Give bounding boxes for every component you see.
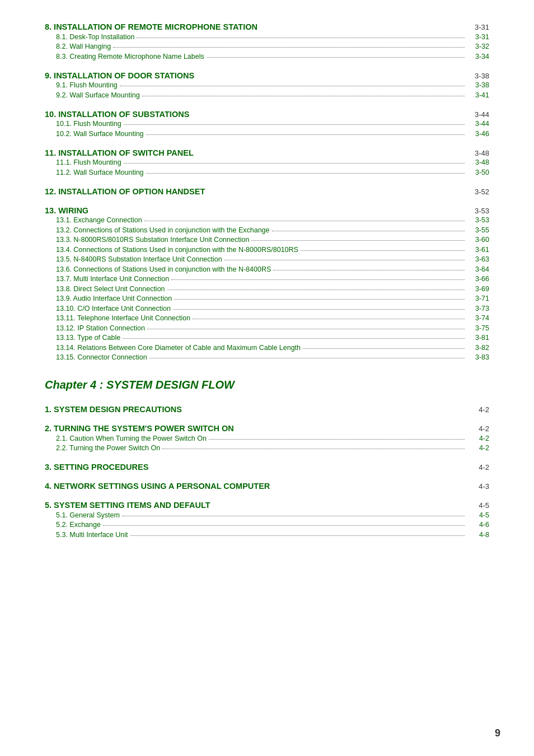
sub-item-page: 4-2: [467, 435, 489, 442]
sub-item-page: 4-2: [467, 444, 489, 452]
section-title-section8: 8. INSTALLATION OF REMOTE MICROPHONE STA…: [45, 22, 257, 31]
sub-item-page: 3-38: [467, 81, 489, 89]
section-section12: 12. INSTALLATION OF OPTION HANDSET3-52: [45, 187, 489, 196]
section-header-section11: 11. INSTALLATION OF SWITCH PANEL3-48: [45, 148, 489, 157]
sub-item-label: 8.3. Creating Remote Microphone Name Lab…: [56, 53, 204, 60]
sub-item-page: 3-55: [467, 226, 489, 234]
section-header-section8: 8. INSTALLATION OF REMOTE MICROPHONE STA…: [45, 22, 489, 31]
dots-leader: [303, 342, 465, 349]
toc-sub-item: 13.1. Exchange Connection3-53: [45, 215, 489, 225]
section-title-c4s2: 2. TURNING THE SYSTEM'S POWER SWITCH ON: [45, 424, 234, 433]
section-page-c4s2: 4-2: [479, 424, 489, 433]
section-page-c4s1: 4-2: [479, 405, 489, 414]
sub-item-page: 3-46: [467, 130, 489, 138]
toc-sub-item: 13.10. C/O Interface Unit Connection3-73: [45, 303, 489, 313]
sub-item-page: 3-81: [467, 334, 489, 342]
sub-item-page: 3-41: [467, 91, 489, 99]
sub-item-page: 3-64: [467, 265, 489, 273]
section-section13: 13. WIRING3-5313.1. Exchange Connection3…: [45, 206, 489, 362]
toc-sub-item: 13.2. Connections of Stations Used in co…: [45, 225, 489, 235]
dots-leader: [162, 442, 465, 450]
sub-item-label: 13.2. Connections of Stations Used in co…: [56, 226, 270, 234]
sub-item-page: 3-31: [467, 33, 489, 41]
sub-item-label: 13.8. Direct Select Unit Connection: [56, 285, 165, 293]
page-number-corner: 9: [495, 727, 500, 739]
dots-leader: [124, 118, 465, 125]
sub-item-page: 3-63: [467, 255, 489, 263]
dots-leader: [209, 432, 465, 440]
sub-item-page: 3-53: [467, 216, 489, 224]
toc-sub-item: 10.2. Wall Surface Mounting3-46: [45, 128, 489, 138]
section-page-c4s3: 4-2: [479, 463, 489, 472]
dots-leader: [273, 263, 465, 270]
sub-item-page: 3-74: [467, 314, 489, 322]
sub-item-page: 3-34: [467, 53, 489, 60]
sub-item-page: 4-5: [467, 511, 489, 519]
section-c4s5: 5. SYSTEM SETTING ITEMS AND DEFAULT4-55.…: [45, 501, 489, 539]
section-title-section12: 12. INSTALLATION OF OPTION HANDSET: [45, 187, 205, 196]
toc-sub-item: 8.3. Creating Remote Microphone Name Lab…: [45, 51, 489, 61]
toc-sub-item: 2.1. Caution When Turning the Power Swit…: [45, 433, 489, 443]
section-header-c4s3: 3. SETTING PROCEDURES4-2: [45, 463, 489, 472]
dots-leader: [123, 332, 465, 339]
section-page-section9: 3-38: [475, 72, 489, 80]
toc-sub-item: 8.1. Desk-Top Installation3-31: [45, 31, 489, 41]
sub-item-label: 13.6. Connections of Stations Used in co…: [56, 265, 271, 273]
sub-item-page: 3-50: [467, 169, 489, 176]
sub-item-label: 8.2. Wall Hanging: [56, 43, 111, 50]
sub-item-label: 10.1. Flush Mounting: [56, 120, 121, 128]
toc-sub-item: 13.4. Connections of Stations Used in co…: [45, 244, 489, 254]
sub-item-page: 3-75: [467, 324, 489, 332]
dots-leader: [142, 89, 465, 96]
section-header-section10: 10. INSTALLATION OF SUBSTATIONS3-44: [45, 110, 489, 119]
toc-sub-item: 2.2. Turning the Power Switch On4-2: [45, 443, 489, 453]
sub-item-page: 3-73: [467, 305, 489, 312]
dots-leader: [146, 128, 465, 135]
section-page-section12: 3-52: [475, 188, 489, 196]
dots-leader: [103, 519, 465, 526]
sub-item-label: 11.2. Wall Surface Mounting: [56, 169, 144, 176]
section-page-c4s4: 4-3: [479, 482, 489, 491]
sub-item-label: 8.1. Desk-Top Installation: [56, 33, 134, 41]
sub-item-page: 4-6: [467, 521, 489, 529]
toc-sub-item: 13.7. Multi Interface Unit Connection3-6…: [45, 274, 489, 284]
toc-sub-item: 9.1. Flush Mounting3-38: [45, 80, 489, 90]
sub-item-label: 13.4. Connections of Stations Used in co…: [56, 246, 298, 254]
sub-item-label: 13.13. Type of Cable: [56, 334, 120, 342]
section-c4s4: 4. NETWORK SETTINGS USING A PERSONAL COM…: [45, 482, 489, 491]
section-page-section8: 3-31: [475, 23, 489, 31]
section-header-section9: 9. INSTALLATION OF DOOR STATIONS3-38: [45, 71, 489, 80]
toc-sub-item: 5.3. Multi Interface Unit4-8: [45, 529, 489, 539]
sub-item-label: 9.2. Wall Surface Mounting: [56, 91, 140, 99]
sub-item-label: 13.10. C/O Interface Unit Connection: [56, 305, 171, 312]
dots-leader: [193, 312, 465, 320]
section-section10: 10. INSTALLATION OF SUBSTATIONS3-4410.1.…: [45, 110, 489, 138]
toc-sub-item: 9.2. Wall Surface Mounting3-41: [45, 90, 489, 100]
section-section11: 11. INSTALLATION OF SWITCH PANEL3-4811.1…: [45, 148, 489, 177]
toc-sub-item: 13.5. N-8400RS Substation Interface Unit…: [45, 254, 489, 264]
section-c4s1: 1. SYSTEM DESIGN PRECAUTIONS4-2: [45, 405, 489, 414]
sub-item-label: 13.15. Connector Connection: [56, 353, 147, 361]
sub-item-label: 5.1. General System: [56, 511, 120, 519]
section-title-c4s1: 1. SYSTEM DESIGN PRECAUTIONS: [45, 405, 182, 414]
dots-leader: [207, 50, 465, 58]
dots-leader: [251, 234, 465, 241]
sub-item-label: 13.3. N-8000RS/8010RS Substation Interfa…: [56, 236, 249, 244]
section-title-c4s5: 5. SYSTEM SETTING ITEMS AND DEFAULT: [45, 501, 210, 510]
section-c4s2: 2. TURNING THE SYSTEM'S POWER SWITCH ON4…: [45, 424, 489, 452]
sub-item-page: 3-32: [467, 43, 489, 50]
sub-item-label: 13.11. Telephone Interface Unit Connecti…: [56, 314, 190, 322]
sub-item-label: 13.5. N-8400RS Substation Interface Unit…: [56, 255, 222, 263]
toc-sub-item: 13.6. Connections of Stations Used in co…: [45, 264, 489, 274]
dots-leader: [113, 41, 465, 48]
toc-container: 8. INSTALLATION OF REMOTE MICROPHONE STA…: [45, 22, 489, 539]
toc-sub-item: 13.12. IP Station Connection3-75: [45, 323, 489, 333]
toc-sub-item: 13.13. Type of Cable3-81: [45, 333, 489, 343]
sub-item-page: 3-83: [467, 353, 489, 361]
section-title-c4s3: 3. SETTING PROCEDURES: [45, 463, 148, 472]
sub-item-page: 3-69: [467, 285, 489, 293]
toc-sub-item: 5.2. Exchange4-6: [45, 520, 489, 530]
dots-leader: [130, 529, 465, 536]
sub-item-label: 2.2. Turning the Power Switch On: [56, 444, 160, 452]
toc-sub-item: 13.8. Direct Select Unit Connection3-69: [45, 283, 489, 293]
